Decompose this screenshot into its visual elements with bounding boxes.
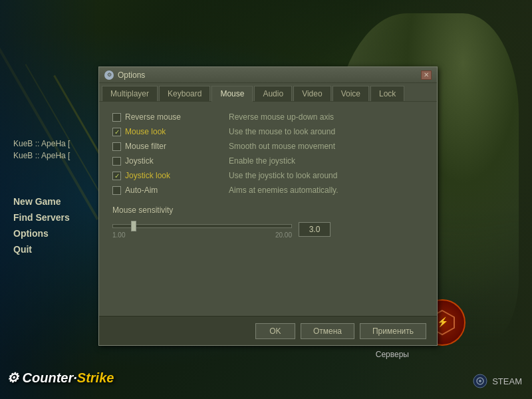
auto-aim-desc: Aims at enemies automatically.: [229, 186, 338, 195]
main-menu: New Game Find Servers Options Quit: [13, 196, 86, 260]
joystick-desc: Enable the joystick: [229, 156, 295, 166]
joystick-look-desc: Use the joystick to look around: [229, 171, 337, 180]
steam-icon: [472, 373, 488, 389]
option-row-auto-aim: Auto-Aim Aims at enemies automatically.: [112, 186, 424, 195]
ok-button[interactable]: OK: [255, 323, 295, 339]
slider-max-label: 20.00: [275, 231, 292, 239]
mouse-look-checkbox-area: Mouse look: [112, 127, 229, 136]
joystick-label: Joystick: [125, 156, 154, 166]
joystick-look-checkbox[interactable]: [112, 172, 121, 180]
menu-find-servers[interactable]: Find Servers: [13, 212, 86, 223]
servers-label: Серверы: [376, 350, 409, 359]
auto-aim-label: Auto-Aim: [125, 186, 158, 195]
menu-new-game[interactable]: New Game: [13, 196, 86, 207]
tabs-bar: Multiplayer Keyboard Mouse Audio Video V…: [99, 83, 437, 102]
reverse-mouse-desc: Reverse mouse up-down axis: [229, 112, 334, 122]
options-dialog: ⚙ Options ✕ Multiplayer Keyboard Mouse A…: [98, 66, 438, 346]
slider-min-label: 1.00: [112, 231, 125, 239]
tab-mouse[interactable]: Mouse: [211, 86, 253, 102]
mouse-filter-checkbox[interactable]: [112, 142, 121, 151]
option-row-reverse-mouse: Reverse mouse Reverse mouse up-down axis: [112, 112, 424, 122]
steam-label: STEAM: [492, 376, 522, 386]
sensitivity-slider[interactable]: [112, 224, 292, 228]
slider-wrapper: 1.00 20.00: [112, 220, 292, 239]
option-row-mouse-look: Mouse look Use the mouse to look around: [112, 127, 424, 136]
dialog-title-area: ⚙ Options: [104, 70, 421, 80]
mouse-filter-checkbox-area: Mouse filter: [112, 142, 229, 151]
player-name-2: KueB :: ApeHa [: [13, 151, 86, 160]
option-row-joystick-look: Joystick look Use the joystick to look a…: [112, 171, 424, 180]
menu-quit[interactable]: Quit: [13, 244, 86, 255]
mouse-look-label: Mouse look: [125, 127, 166, 136]
dialog-title-text: Options: [118, 70, 145, 80]
reverse-mouse-checkbox[interactable]: [112, 113, 121, 122]
auto-aim-checkbox[interactable]: [112, 186, 121, 195]
cs-logo: ⚙ Counter·Strike: [7, 370, 114, 386]
reverse-mouse-checkbox-area: Reverse mouse: [112, 112, 229, 122]
reverse-mouse-label: Reverse mouse: [125, 112, 181, 122]
player-name-1: KueB :: ApeHa [: [13, 139, 86, 148]
cs-logo-text: ⚙ Counter·Strike: [7, 370, 114, 385]
slider-labels: 1.00 20.00: [112, 231, 292, 239]
mouse-look-desc: Use the mouse to look around: [229, 127, 335, 136]
joystick-checkbox-area: Joystick: [112, 156, 229, 166]
auto-aim-checkbox-area: Auto-Aim: [112, 186, 229, 195]
tab-audio[interactable]: Audio: [254, 86, 292, 101]
sensitivity-value-display: 3.0: [299, 222, 331, 237]
tab-voice[interactable]: Voice: [332, 86, 369, 101]
sensitivity-label: Mouse sensitivity: [112, 205, 424, 215]
sensitivity-section: Mouse sensitivity 1.00 20.00 3.0: [112, 205, 424, 239]
joystick-look-label: Joystick look: [125, 171, 170, 180]
dialog-footer: OK Отмена Применить: [99, 316, 437, 345]
dialog-close-button[interactable]: ✕: [421, 70, 432, 80]
tab-lock[interactable]: Lock: [370, 86, 404, 101]
cancel-button[interactable]: Отмена: [301, 323, 354, 339]
dialog-titlebar: ⚙ Options ✕: [99, 67, 437, 83]
joystick-look-checkbox-area: Joystick look: [112, 171, 229, 180]
tab-multiplayer[interactable]: Multiplayer: [102, 86, 158, 101]
dialog-steam-icon: ⚙: [104, 70, 114, 80]
option-row-mouse-filter: Mouse filter Smooth out mouse movement: [112, 142, 424, 151]
dialog-content: Reverse mouse Reverse mouse up-down axis…: [99, 102, 437, 327]
svg-text:⚡: ⚡: [437, 317, 449, 328]
menu-options[interactable]: Options: [13, 228, 86, 239]
left-menu: KueB :: ApeHa [ KueB :: ApeHa [ New Game…: [0, 0, 100, 399]
apply-button[interactable]: Применить: [360, 323, 426, 339]
joystick-checkbox[interactable]: [112, 157, 121, 166]
tab-keyboard[interactable]: Keyboard: [159, 86, 210, 101]
mouse-filter-label: Mouse filter: [125, 142, 166, 151]
slider-container: 1.00 20.00 3.0: [112, 220, 424, 239]
mouse-filter-desc: Smooth out mouse movement: [229, 142, 335, 151]
player-info: KueB :: ApeHa [ KueB :: ApeHa [: [13, 139, 86, 163]
option-row-joystick: Joystick Enable the joystick: [112, 156, 424, 166]
tab-video[interactable]: Video: [293, 86, 331, 101]
svg-point-4: [479, 380, 481, 382]
steam-logo: STEAM: [472, 373, 522, 389]
mouse-look-checkbox[interactable]: [112, 128, 121, 136]
